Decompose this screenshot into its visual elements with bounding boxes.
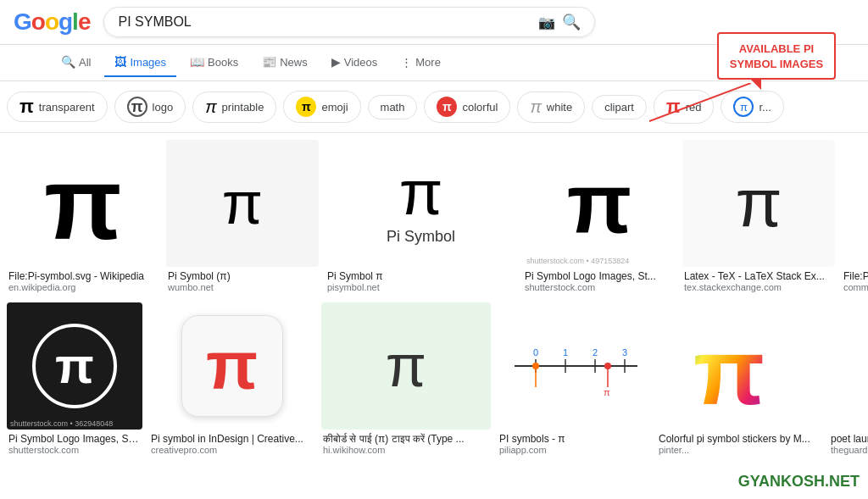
- result-source-10: piliapp.com: [499, 445, 648, 455]
- result-info-6: File:Pi-symbol (updated).svg ... commons…: [842, 267, 868, 296]
- result-title-7: Pi Symbol Logo Images, Sto...: [8, 433, 141, 445]
- result-item-12[interactable]: π poet laureate of pi | Poet theguardian…: [829, 302, 868, 458]
- pi-label-text: Pi Symbol: [387, 228, 455, 246]
- result-title-1: File:Pi-symbol.svg - Wikipedia: [8, 270, 158, 282]
- svg-text:1: 1: [563, 347, 568, 358]
- chip-math[interactable]: math: [368, 95, 418, 119]
- result-title-6: File:Pi-symbol (updated).svg ...: [843, 270, 868, 282]
- callout-annotation: AVAILABLE PI SYMBOL IMAGES: [717, 32, 836, 80]
- result-item-1[interactable]: π File:Pi-symbol.svg - Wikipedia en.wiki…: [7, 140, 159, 296]
- pi-printable-icon: π: [205, 97, 216, 117]
- chip-colorful[interactable]: π colorful: [424, 91, 510, 123]
- chip-logo[interactable]: π logo: [114, 91, 186, 123]
- pi-logo-icon: π: [127, 97, 147, 117]
- result-source-7: shutterstock.com: [8, 445, 141, 455]
- pi-colorful-svg: π: [685, 311, 795, 421]
- result-title-9: कीबोर्ड से पाई (π) टाइप करें (Type ...: [323, 433, 489, 445]
- result-source-3: pisymbol.net: [327, 282, 515, 292]
- result-item-4[interactable]: π shutterstock.com • 497153824 Pi Symbol…: [523, 140, 676, 296]
- result-info-2: Pi Symbol (π) wumbo.net: [166, 267, 319, 296]
- result-info-3: Pi Symbol π pisymbol.net: [326, 267, 516, 296]
- result-source-1: en.wikipedia.org: [8, 282, 158, 292]
- chip-white[interactable]: π white: [517, 91, 585, 123]
- result-item-7[interactable]: π shutterstock.com • 362948048 Pi Symbol…: [7, 302, 142, 458]
- result-item-5[interactable]: π Latex - TeX - LaTeX Stack Ex... tex.st…: [682, 140, 835, 296]
- result-info-11: Colorful pi symbol stickers by M... pint…: [657, 430, 822, 458]
- tab-images[interactable]: 🖼 Images: [104, 48, 176, 77]
- result-item-10[interactable]: 0 1 2 3 π PI symbols - π piliapp.com: [498, 302, 650, 458]
- svg-text:π: π: [693, 319, 765, 421]
- images-icon: 🖼: [114, 55, 126, 69]
- result-info-10: PI symbols - π piliapp.com: [498, 430, 650, 458]
- result-source-4: shutterstock.com: [525, 282, 674, 292]
- chip-colorful-label: colorful: [462, 101, 498, 114]
- result-info-12: poet laureate of pi | Poet theguardian.c…: [829, 430, 868, 458]
- result-source-8: creativepro.com: [151, 445, 313, 455]
- chip-printable[interactable]: π printable: [192, 91, 276, 123]
- search-bar[interactable]: 📷 🔍: [103, 7, 595, 37]
- result-item-8[interactable]: π Pi symbol in InDesign | Creative... cr…: [149, 302, 314, 458]
- more-dots-icon: ⋮: [401, 56, 412, 69]
- result-info-1: File:Pi-symbol.svg - Wikipedia en.wikipe…: [7, 267, 159, 296]
- result-source-12: theguardian.com: [831, 445, 868, 455]
- result-item-9[interactable]: π कीबोर्ड से पाई (π) टाइप करें (Type ...…: [321, 302, 491, 458]
- shutterstock-tag2: shutterstock.com • 362948048: [10, 419, 113, 428]
- pi-white-icon: π: [530, 97, 541, 117]
- search-input[interactable]: [118, 14, 531, 30]
- results-row1: π File:Pi-symbol.svg - Wikipedia en.wiki…: [0, 133, 868, 302]
- chip-logo-label: logo: [153, 101, 174, 114]
- chip-transparent-label: transparent: [39, 101, 95, 114]
- tab-all[interactable]: 🔍 All: [51, 48, 101, 77]
- svg-line-0: [649, 83, 751, 121]
- results-row2: π shutterstock.com • 362948048 Pi Symbol…: [0, 302, 868, 465]
- result-item-11[interactable]: π Colorful pi symbol stickers by M... pi…: [657, 302, 822, 458]
- tab-videos[interactable]: ▶ Videos: [321, 48, 388, 77]
- pi-wikihow: π: [386, 336, 426, 396]
- result-info-7: Pi Symbol Logo Images, Sto... shuttersto…: [7, 430, 142, 458]
- tab-news[interactable]: 📰 News: [252, 48, 318, 77]
- result-title-10: PI symbols - π: [499, 433, 648, 445]
- number-line-svg: 0 1 2 3 π: [506, 332, 642, 400]
- result-info-9: कीबोर्ड से पाई (π) टाइप करें (Type ... h…: [321, 430, 491, 458]
- chip-white-label: white: [547, 101, 572, 114]
- result-item-6[interactable]: π File:Pi-symbol (updated).svg ... commo…: [842, 140, 868, 296]
- result-item-2[interactable]: π Pi Symbol (π) wumbo.net: [166, 140, 319, 296]
- chip-transparent[interactable]: π transparent: [7, 91, 108, 122]
- result-info-8: Pi symbol in InDesign | Creative... crea…: [149, 430, 314, 458]
- pi-emoji-icon: π: [296, 97, 316, 117]
- chip-emoji[interactable]: π emoji: [283, 91, 360, 123]
- tab-books[interactable]: 📖 Books: [180, 48, 248, 77]
- chip-math-label: math: [381, 101, 405, 114]
- result-item-3[interactable]: π Pi Symbol Pi Symbol π pisymbol.net: [326, 140, 516, 296]
- videos-icon: ▶: [331, 55, 341, 69]
- google-logo: Google: [14, 8, 90, 36]
- news-icon: 📰: [262, 55, 276, 69]
- chip-emoji-label: emoji: [321, 101, 348, 114]
- pi-symbol-large: π: [44, 152, 122, 254]
- result-source-11: pinter...: [659, 445, 821, 455]
- svg-text:3: 3: [622, 347, 627, 358]
- result-title-5: Latex - TeX - LaTeX Stack Ex...: [684, 270, 833, 282]
- pi-shutterstock: π: [567, 161, 632, 246]
- chip-clipart-label: clipart: [604, 101, 634, 114]
- pi-colorful-icon: π: [437, 97, 457, 117]
- result-source-2: wumbo.net: [168, 282, 317, 292]
- pi-transparent-icon: π: [19, 97, 34, 116]
- pi-symbol-labeled: π: [399, 161, 443, 225]
- result-title-8: Pi symbol in InDesign | Creative...: [151, 433, 313, 445]
- result-title-11: Colorful pi symbol stickers by M...: [659, 433, 821, 445]
- pi-latex: π: [735, 169, 782, 237]
- search-button[interactable]: 🔍: [562, 13, 581, 31]
- chip-clipart[interactable]: clipart: [592, 95, 647, 119]
- tab-more[interactable]: ⋮ More: [391, 49, 451, 77]
- camera-icon[interactable]: 📷: [538, 14, 555, 30]
- pi-indesign-box: π: [181, 315, 283, 417]
- result-title-12: poet laureate of pi | Poet: [831, 433, 868, 445]
- pi-circle-dark: π: [32, 324, 117, 408]
- chip-r-label: r...: [759, 101, 771, 114]
- svg-text:0: 0: [533, 347, 538, 358]
- shutterstock-tag: shutterstock.com • 497153824: [526, 257, 629, 265]
- callout-box: AVAILABLE PI SYMBOL IMAGES: [717, 32, 836, 80]
- callout-arrow: [751, 80, 761, 90]
- books-icon: 📖: [190, 55, 204, 69]
